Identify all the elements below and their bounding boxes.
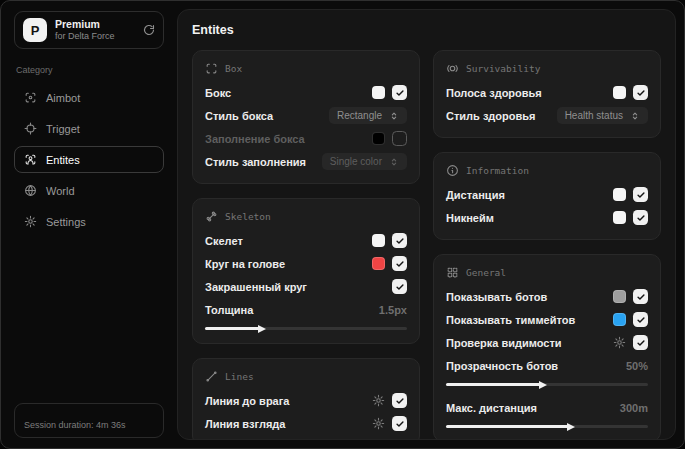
setting-row: Заполнение бокса [205, 127, 407, 150]
card-header: Information [446, 164, 648, 177]
color-swatch[interactable] [613, 86, 626, 99]
checkbox[interactable] [392, 131, 407, 146]
card-header: Skeleton [205, 210, 407, 223]
color-swatch[interactable] [372, 257, 385, 270]
card-title: Lines [225, 371, 254, 382]
slider-track[interactable] [446, 425, 648, 428]
card-title: General [466, 267, 506, 278]
sidebar-item-aimbot[interactable]: Aimbot [14, 84, 164, 111]
sidebar-item-settings[interactable]: Settings [14, 208, 164, 235]
card-survivability: SurvivabilityПолоса здоровьяСтиль здоров… [433, 50, 661, 138]
information-icon [446, 164, 459, 177]
color-swatch[interactable] [372, 86, 385, 99]
color-swatch[interactable] [372, 234, 385, 247]
setting-label: Скелет [205, 235, 243, 247]
row-controls [372, 256, 407, 271]
slider-value: 50% [626, 360, 648, 372]
color-swatch[interactable] [372, 132, 385, 145]
setting-row: Стиль бокса Rectangle [205, 104, 407, 127]
checkbox[interactable] [633, 210, 648, 225]
slider-track[interactable] [446, 383, 648, 386]
select-value: Rectangle [337, 110, 382, 121]
setting-label: Круг на голове [205, 258, 285, 270]
setting-label: Стиль заполнения [205, 156, 306, 168]
color-swatch[interactable] [613, 313, 626, 326]
cards-columns: BoxБоксСтиль бокса Rectangle Заполнение … [192, 50, 661, 440]
general-icon [446, 266, 459, 279]
color-swatch[interactable] [613, 290, 626, 303]
setting-label: Показывать тиммейтов [446, 314, 575, 326]
checkbox[interactable] [633, 335, 648, 350]
slider-fill [446, 425, 569, 428]
brand-logo: P [23, 18, 47, 42]
setting-row: Показывать ботов [446, 285, 648, 308]
setting-label: Показывать ботов [446, 291, 547, 303]
setting-row: Круг на голове [205, 252, 407, 275]
style-select[interactable]: Rectangle [329, 107, 407, 124]
setting-label: Стиль бокса [205, 110, 273, 122]
refresh-icon[interactable] [143, 24, 155, 36]
slider-thumb[interactable] [539, 381, 547, 389]
checkbox[interactable] [392, 85, 407, 100]
sidebar-item-label: Trigget [46, 123, 80, 135]
setting-label: Бокс [205, 87, 231, 99]
brand-name: Premium [55, 18, 115, 31]
session-duration-label: Session duration: 4m 36s [24, 420, 126, 430]
row-controls [372, 416, 407, 431]
slider-thumb[interactable] [567, 423, 575, 431]
setting-row: Бокс [205, 81, 407, 104]
setting-row: Скелет [205, 229, 407, 252]
card-header: Survivability [446, 62, 648, 75]
row-controls [372, 393, 407, 408]
style-select[interactable]: Health status [557, 107, 648, 124]
brand-subtitle: for Delta Force [55, 31, 115, 42]
setting-label: Толщина [205, 304, 253, 316]
brand-text: Premium for Delta Force [55, 18, 115, 42]
card-title: Box [225, 63, 242, 74]
style-select[interactable]: Single color [322, 153, 407, 170]
gear-icon[interactable] [613, 336, 626, 349]
row-controls [613, 210, 648, 225]
setting-label: Макс. дистанция [446, 402, 537, 414]
checkbox[interactable] [392, 233, 407, 248]
checkbox[interactable] [633, 289, 648, 304]
slider-fill [446, 383, 541, 386]
card-box: BoxБоксСтиль бокса Rectangle Заполнение … [192, 50, 420, 184]
setting-row: Линия взгляда [205, 412, 407, 435]
slider-fill [205, 327, 260, 330]
lines-icon [205, 370, 218, 383]
setting-row: Стиль здоровья Health status [446, 104, 648, 127]
row-controls [613, 312, 648, 327]
sidebar-item-world[interactable]: World [14, 177, 164, 204]
sidebar-item-label: World [46, 185, 75, 197]
slider-thumb[interactable] [258, 325, 266, 333]
setting-row: Проверка видимости [446, 331, 648, 354]
checkbox[interactable] [392, 256, 407, 271]
setting-row: Линия до врага [205, 389, 407, 412]
checkbox[interactable] [392, 279, 407, 294]
color-swatch[interactable] [613, 211, 626, 224]
trigger-icon [24, 122, 37, 135]
setting-label: Стиль здоровья [446, 110, 535, 122]
checkbox[interactable] [633, 312, 648, 327]
checkbox[interactable] [633, 187, 648, 202]
setting-row: Прозрачность ботов50% [446, 354, 648, 389]
checkbox[interactable] [392, 416, 407, 431]
slider-track[interactable] [205, 327, 407, 330]
sidebar-item-trigget[interactable]: Trigget [14, 115, 164, 142]
row-controls [372, 233, 407, 248]
checkbox[interactable] [392, 393, 407, 408]
setting-label: Никнейм [446, 212, 494, 224]
setting-row: Стиль заполнения Single color [205, 150, 407, 173]
gear-icon[interactable] [372, 417, 385, 430]
color-swatch[interactable] [613, 188, 626, 201]
select-value: Health status [565, 110, 623, 121]
world-icon [24, 184, 37, 197]
sidebar-item-entites[interactable]: Entites [14, 146, 164, 173]
gear-icon[interactable] [372, 394, 385, 407]
checkbox[interactable] [633, 85, 648, 100]
row-controls [392, 279, 407, 294]
sidebar-item-label: Aimbot [46, 92, 80, 104]
row-controls [613, 187, 648, 202]
row-controls [372, 131, 407, 146]
